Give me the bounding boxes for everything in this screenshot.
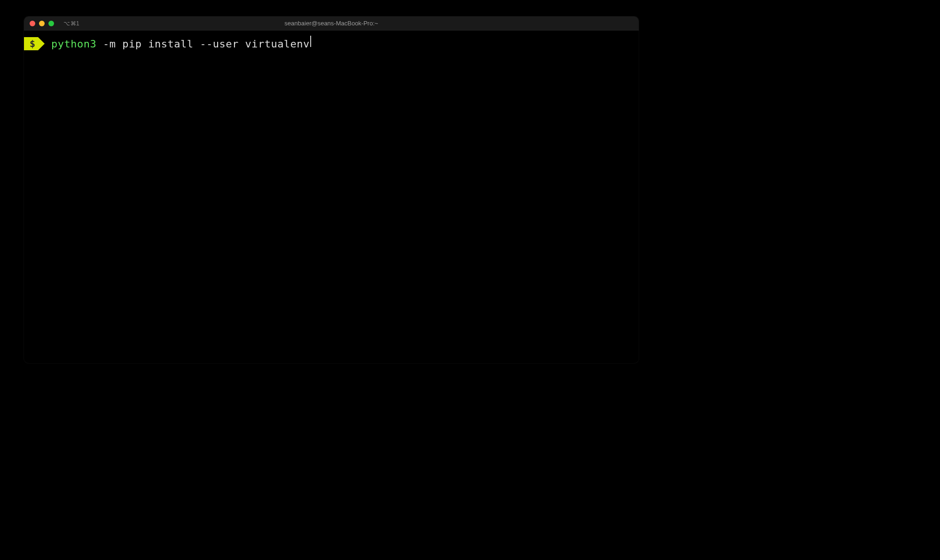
command-executable: python3 [51,37,96,52]
terminal-window: ⌥⌘1 seanbaier@seans-MacBook-Pro:~ $ pyth… [24,16,639,363]
titlebar[interactable]: ⌥⌘1 seanbaier@seans-MacBook-Pro:~ [24,16,639,31]
prompt-line: $ python3 -m pip install --user virtuale… [24,36,639,51]
command-arguments: -m pip install --user virtualenv [96,37,310,52]
minimize-button[interactable] [39,21,45,26]
terminal-body[interactable]: $ python3 -m pip install --user virtuale… [24,31,639,363]
command-input[interactable]: python3 -m pip install --user virtualenv [51,36,311,52]
close-button[interactable] [30,21,35,26]
traffic-lights [30,21,54,26]
prompt-symbol: $ [30,37,35,50]
maximize-button[interactable] [48,21,54,26]
tab-indicator: ⌥⌘1 [63,20,79,27]
prompt-indicator: $ [24,37,38,50]
cursor-icon [310,36,311,47]
window-title: seanbaier@seans-MacBook-Pro:~ [284,20,378,27]
